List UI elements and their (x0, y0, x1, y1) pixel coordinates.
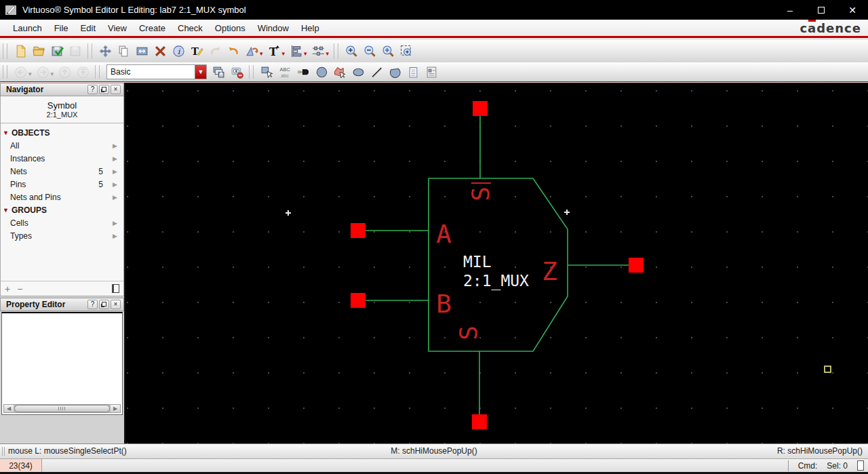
rotate-icon (245, 45, 258, 58)
check-save-button[interactable] (48, 43, 66, 60)
stretch-button[interactable] (133, 43, 151, 60)
tree-item-pins[interactable]: Pins5▶ (1, 178, 123, 191)
property-editor-panel[interactable]: ◀ ▶ (1, 312, 123, 415)
scroll-right-icon[interactable]: ▶ (111, 405, 120, 412)
undo-button (206, 43, 224, 60)
pin-square-s0bar[interactable] (473, 101, 488, 116)
navigator-help-button[interactable]: ? (87, 85, 98, 94)
tree-item-nets[interactable]: Nets5▶ (1, 165, 123, 178)
symbol-canvas[interactable]: A B Z S S MIL 2:1_MUX (125, 83, 868, 443)
navigator-title-bar[interactable]: Navigator ? × (0, 83, 124, 96)
zoom-in-button[interactable] (342, 43, 361, 60)
menu-window[interactable]: Window (252, 20, 295, 36)
text-options-dropdown-icon[interactable]: ▾ (282, 50, 285, 57)
cell-text-line1[interactable]: MIL (463, 253, 492, 271)
pin-label-z[interactable]: Z (542, 256, 557, 286)
tree-item-types[interactable]: Types▶ (1, 229, 123, 242)
navigator-close-button[interactable]: × (111, 85, 121, 94)
menu-help[interactable]: Help (295, 20, 326, 36)
property-editor-help-button[interactable]: ? (87, 300, 98, 309)
tree-section-groups[interactable]: ▼GROUPS (1, 203, 123, 216)
minimize-button[interactable]: – (774, 0, 806, 20)
expand-arrow-icon[interactable]: ▶ (113, 142, 119, 149)
label-tool-button[interactable]: ABCabc (276, 63, 294, 81)
doc-tool-button[interactable] (422, 63, 441, 81)
split-panel-icon[interactable] (112, 284, 119, 293)
arc-tool-button[interactable] (386, 63, 404, 81)
ellipse-tool-button[interactable] (349, 63, 368, 81)
maximize-button[interactable] (806, 0, 837, 20)
pin-square-z[interactable] (629, 258, 644, 273)
status-bar: mouse L: mouseSingleSelectPt() M: schHiM… (0, 443, 868, 458)
line-tool-button[interactable] (368, 63, 386, 81)
pin-label-b[interactable]: B (436, 289, 452, 319)
move-button[interactable] (96, 43, 115, 60)
redo-button[interactable] (224, 43, 243, 60)
properties-button[interactable]: i (170, 43, 188, 60)
property-editor-close-button[interactable]: × (111, 300, 121, 309)
tree-section-objects[interactable]: ▼OBJECTS (1, 126, 123, 139)
expand-arrow-icon[interactable]: ▶ (113, 168, 119, 175)
zoom-out-button[interactable] (361, 43, 379, 60)
pin-square-a[interactable] (351, 223, 366, 238)
menu-view[interactable]: View (102, 20, 133, 36)
navigator-float-button[interactable] (99, 85, 109, 94)
property-editor-title-bar[interactable]: Property Editor ? × (0, 298, 124, 311)
check-save-icon (51, 45, 64, 58)
menu-file[interactable]: File (48, 20, 75, 36)
delete-button[interactable] (151, 43, 170, 60)
scroll-left-icon[interactable]: ◀ (4, 405, 14, 412)
expand-arrow-icon[interactable]: ▶ (113, 155, 119, 162)
align-dropdown-icon[interactable]: ▾ (304, 50, 307, 57)
circle-tool-button[interactable] (313, 63, 331, 81)
property-editor-float-button[interactable] (99, 300, 109, 309)
menu-launch[interactable]: Launch (7, 20, 48, 36)
polygon-tool-button[interactable] (331, 63, 349, 81)
tree-item-nets-and-pins[interactable]: Nets and Pins▶ (1, 191, 123, 203)
distribute-dropdown-icon[interactable]: ▾ (326, 50, 330, 57)
collapse-triangle-icon[interactable]: ▼ (3, 130, 9, 136)
new-file-button[interactable] (12, 43, 30, 60)
rotate-button[interactable] (243, 43, 261, 60)
pin-label-s0bar[interactable]: S (467, 183, 494, 201)
expand-arrow-icon[interactable]: ▶ (113, 194, 119, 201)
pin-label-s[interactable]: S (454, 325, 482, 340)
distribute-button[interactable] (309, 43, 328, 60)
menu-options[interactable]: Options (209, 20, 252, 36)
expand-arrow-icon[interactable]: ▶ (113, 233, 119, 239)
tree-item-instances[interactable]: Instances▶ (1, 152, 123, 165)
align-button[interactable] (287, 43, 305, 60)
combobox-dropdown-icon[interactable]: ▼ (195, 65, 206, 79)
eye-remove-button[interactable] (228, 63, 246, 81)
select-tool-button[interactable] (258, 63, 276, 81)
zoom-fit-button[interactable] (397, 43, 416, 60)
scrollbar-thumb[interactable] (14, 405, 110, 412)
zoom-selected-button[interactable] (379, 43, 397, 60)
expand-arrow-icon[interactable]: ▶ (113, 220, 119, 226)
collapse-triangle-icon[interactable]: ▼ (3, 207, 9, 214)
tree-item-cells[interactable]: Cells▶ (1, 216, 123, 229)
property-editor-hscrollbar[interactable]: ◀ ▶ (3, 404, 121, 413)
text-options-button[interactable]: T (265, 43, 283, 60)
expand-arrow-icon[interactable]: ▶ (113, 181, 119, 188)
remove-filter-button[interactable]: − (17, 283, 22, 294)
tree-item-count: 5 (98, 180, 103, 189)
copy-button[interactable] (115, 43, 133, 60)
rotate-dropdown-icon[interactable]: ▾ (260, 50, 263, 57)
add-filter-button[interactable]: + (5, 283, 10, 294)
stack-save-button[interactable] (210, 63, 228, 81)
open-button[interactable] (30, 43, 48, 60)
menu-create[interactable]: Create (133, 20, 172, 36)
tree-item-all[interactable]: All▶ (1, 139, 123, 152)
menu-edit[interactable]: Edit (75, 20, 102, 36)
close-button[interactable]: ✕ (837, 0, 868, 20)
symbol-style-combobox[interactable]: Basic▼ (106, 64, 207, 79)
pin-tool-button[interactable] (294, 63, 313, 81)
edit-label-button[interactable]: T (188, 43, 206, 60)
pin-label-a[interactable]: A (436, 219, 452, 249)
menu-check[interactable]: Check (172, 20, 209, 36)
cell-text-line2[interactable]: 2:1_MUX (463, 272, 529, 290)
pin-square-b[interactable] (351, 293, 366, 308)
note-tool-button[interactable] (404, 63, 422, 81)
pin-square-s[interactable] (472, 414, 487, 429)
